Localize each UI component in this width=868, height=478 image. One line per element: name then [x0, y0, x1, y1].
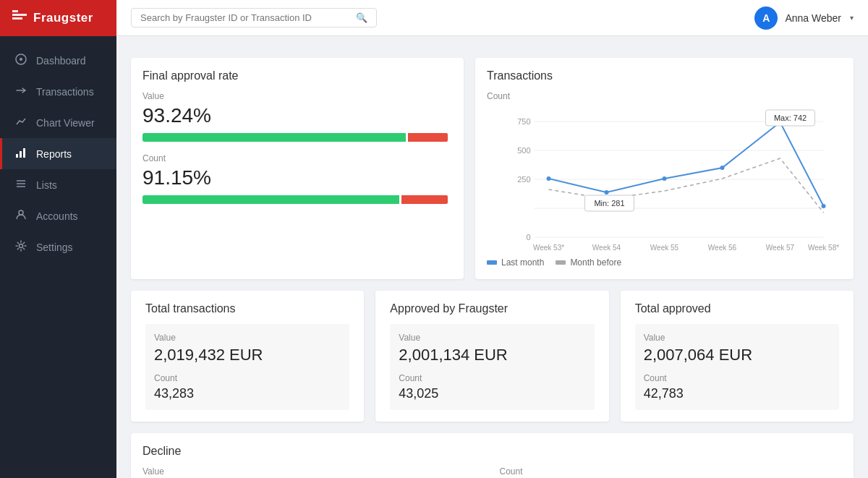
accounts-icon: [14, 209, 27, 223]
chart-viewer-icon: [14, 116, 27, 129]
search-icon: 🔍: [356, 12, 367, 23]
approval-rate-title: Final approval rate: [142, 69, 452, 82]
bar-green-value: [142, 133, 406, 142]
svg-text:Week 57: Week 57: [766, 244, 795, 252]
ta-value-label: Value: [644, 333, 830, 343]
ta-count-label: Count: [644, 373, 830, 383]
svg-point-24: [663, 176, 667, 181]
sidebar-item-lists-label: Lists: [36, 179, 57, 191]
user-name: Anna Weber: [785, 12, 841, 24]
decline-section: Decline Value 300K 200K: [131, 433, 854, 478]
sidebar-item-transactions-label: Transactions: [36, 86, 94, 98]
af-value-label: Value: [399, 333, 585, 343]
svg-point-25: [720, 166, 725, 170]
svg-point-27: [822, 204, 826, 208]
approval-rate-card: Final approval rate Value 93.24% Count 9…: [131, 58, 464, 279]
sidebar-item-settings[interactable]: Settings: [0, 231, 116, 263]
svg-text:Week 58*: Week 58*: [808, 244, 839, 252]
svg-rect-1: [12, 14, 27, 16]
svg-text:250: 250: [517, 175, 530, 184]
ta-value: 2,007,064 EUR: [644, 346, 830, 364]
decline-value-chart: Value 300K 200K: [142, 466, 485, 478]
transactions-card: Transactions Count 750 500: [475, 58, 854, 279]
bar-red-value: [408, 133, 448, 142]
user-menu[interactable]: A Anna Weber ▾: [754, 7, 854, 30]
search-input[interactable]: [140, 12, 352, 23]
decline-value-label: Value: [142, 466, 485, 477]
chart-legend: Last month Month before: [487, 257, 842, 268]
sidebar-item-transactions[interactable]: Transactions: [0, 76, 116, 107]
value-label: Value: [142, 91, 452, 101]
main-content: Final approval rate Value 93.24% Count 9…: [116, 0, 868, 478]
sidebar-item-reports[interactable]: Reports: [0, 138, 116, 169]
total-transactions-title: Total transactions: [145, 302, 349, 315]
legend-last-month: Last month: [487, 257, 544, 268]
af-count-label: Count: [399, 373, 585, 383]
svg-rect-0: [12, 10, 18, 12]
approval-count: 91.15%: [142, 166, 452, 189]
svg-text:Max: 742: Max: 742: [774, 114, 807, 122]
sidebar-nav: Dashboard Transactions Chart Viewer: [0, 36, 116, 263]
approved-fraugster-title: Approved by Fraugster: [390, 302, 594, 315]
svg-rect-38: [487, 260, 497, 265]
legend-month-before: Month before: [556, 257, 621, 268]
transactions-count-label: Count: [487, 91, 842, 101]
approval-count-bar: [142, 195, 452, 204]
reports-icon: [14, 147, 27, 161]
bar-red-count: [401, 195, 448, 204]
tt-count-label: Count: [154, 373, 341, 383]
transactions-icon: [14, 85, 27, 98]
sidebar-item-accounts[interactable]: Accounts: [0, 200, 116, 231]
sidebar-item-lists[interactable]: Lists: [0, 169, 116, 200]
svg-text:Min: 281: Min: 281: [594, 199, 624, 208]
svg-text:750: 750: [517, 117, 530, 126]
total-approved-card: Total approved Value 2,007,064 EUR Count…: [621, 291, 854, 422]
approved-fraugster-card: Approved by Fraugster Value 2,001,134 EU…: [375, 291, 608, 422]
decline-count-label: Count: [500, 466, 843, 477]
sidebar-item-settings-label: Settings: [36, 242, 73, 253]
svg-text:0: 0: [526, 233, 530, 242]
transactions-title: Transactions: [487, 69, 842, 82]
svg-text:Week 54: Week 54: [592, 244, 621, 252]
brand-name: Fraugster: [33, 11, 93, 25]
svg-rect-39: [556, 260, 566, 265]
search-box[interactable]: 🔍: [131, 8, 377, 27]
sidebar-item-chart-viewer[interactable]: Chart Viewer: [0, 107, 116, 138]
svg-point-4: [20, 58, 22, 61]
total-approved-title: Total approved: [635, 302, 839, 315]
svg-point-22: [547, 176, 551, 181]
bar-green-count: [142, 195, 399, 204]
tt-value-label: Value: [154, 333, 341, 343]
svg-rect-7: [23, 148, 25, 158]
sidebar: Fraugster Dashboard Transactions: [0, 0, 116, 478]
af-count: 43,025: [399, 386, 585, 401]
svg-point-23: [605, 190, 609, 195]
svg-point-12: [20, 244, 23, 248]
decline-charts: Value 300K 200K: [142, 466, 842, 478]
header: 🔍 A Anna Weber ▾: [116, 0, 868, 36]
decline-count-chart: Count 6K 4K: [500, 466, 843, 478]
count-label: Count: [142, 153, 452, 163]
sidebar-item-chart-viewer-label: Chart Viewer: [36, 117, 95, 129]
af-value: 2,001,134 EUR: [399, 346, 585, 364]
settings-icon: [14, 240, 27, 254]
tt-count: 43,283: [154, 386, 341, 401]
svg-rect-6: [20, 151, 22, 158]
svg-text:Week 55: Week 55: [650, 244, 679, 252]
svg-text:500: 500: [517, 146, 530, 155]
ta-count: 42,783: [644, 386, 830, 401]
chevron-down-icon: ▾: [850, 14, 854, 22]
logo: Fraugster: [0, 0, 116, 36]
lists-icon: [14, 178, 27, 192]
transactions-chart: 750 500 250 0: [487, 107, 842, 252]
decline-title: Decline: [142, 445, 842, 458]
svg-point-11: [19, 210, 23, 215]
sidebar-item-dashboard[interactable]: Dashboard: [0, 45, 116, 76]
approval-value-bar: [142, 133, 452, 142]
svg-text:Week 53*: Week 53*: [533, 244, 564, 252]
svg-text:Week 56: Week 56: [708, 244, 737, 252]
total-transactions-card: Total transactions Value 2,019,432 EUR C…: [131, 291, 364, 422]
avatar: A: [754, 7, 778, 30]
sidebar-item-reports-label: Reports: [36, 148, 72, 160]
svg-rect-2: [12, 17, 22, 20]
